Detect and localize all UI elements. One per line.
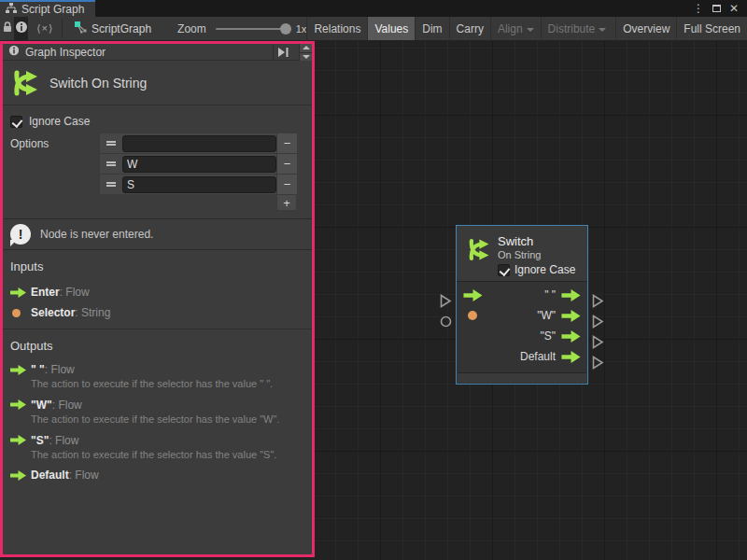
drag-handle-icon[interactable]	[100, 133, 122, 153]
ignore-case-checkbox[interactable]	[10, 116, 22, 128]
remove-option-button[interactable]: −	[276, 175, 297, 194]
scroll-up-button[interactable]	[300, 44, 312, 52]
option-value-input[interactable]	[122, 156, 276, 173]
code-ports-icon: ⟨×⟩	[36, 22, 53, 35]
port-row: "W"	[457, 305, 587, 326]
external-flow-output-connector[interactable]	[592, 315, 604, 329]
remove-option-button[interactable]: −	[276, 133, 297, 153]
output-port-block: " " : Flow The action to execute if the …	[10, 361, 304, 391]
zoom-slider[interactable]	[216, 28, 289, 30]
option-item: −	[100, 133, 297, 154]
flow-arrow-icon	[10, 365, 26, 375]
graph-icon	[74, 21, 87, 36]
carry-button[interactable]: Carry	[449, 17, 490, 40]
warning-text: Node is never entered.	[40, 228, 153, 241]
fullscreen-button[interactable]: Full Screen	[676, 17, 747, 40]
node-ignore-case-row: Ignore Case	[498, 263, 582, 276]
drag-handle-icon[interactable]	[100, 175, 122, 194]
port-name: Default	[31, 469, 69, 482]
node-title: Switch On String	[49, 76, 147, 91]
port-label: "W"	[537, 309, 556, 322]
ports-button[interactable]: ⟨×⟩	[28, 17, 62, 40]
inputs-header: Inputs	[10, 259, 304, 273]
scroll-down-button[interactable]	[300, 52, 312, 61]
tab-script-graph[interactable]: Script Graph	[0, 0, 95, 17]
option-item: −	[100, 154, 297, 175]
tab-label: Script Graph	[21, 3, 84, 16]
switch-node-icon	[466, 237, 491, 262]
outputs-header: Outputs	[10, 339, 304, 353]
option-value-input[interactable]	[122, 135, 276, 152]
switch-on-string-node[interactable]: Switch On String Ignore Case " " "W"	[456, 225, 588, 385]
inputs-section: Inputs Enter : Flow Selector : String	[3, 250, 312, 329]
node-title-block: Switch On String	[3, 61, 312, 105]
output-port-icon[interactable]	[561, 330, 581, 343]
external-value-input-connector[interactable]	[440, 315, 452, 328]
dim-button[interactable]: Dim	[415, 17, 448, 40]
output-port-icon[interactable]	[561, 289, 581, 301]
zoom-label: Zoom	[177, 22, 206, 35]
port-type: : String	[75, 306, 110, 319]
port-row: Default	[457, 346, 587, 367]
triangle-down-icon	[303, 55, 310, 59]
enter-port-icon[interactable]	[463, 289, 483, 301]
node-subtitle: On String	[498, 249, 582, 260]
port-name: " "	[31, 363, 45, 376]
align-button[interactable]: Align	[490, 17, 541, 40]
port-label: "S"	[540, 329, 556, 343]
port-description: The action to execute if the selector ha…	[31, 449, 304, 462]
triangle-up-icon	[303, 46, 310, 49]
overview-button[interactable]: Overview	[615, 17, 676, 40]
port-type: : Flow	[45, 363, 75, 376]
port-description: The action to execute if the selector ha…	[31, 413, 304, 427]
graph-canvas[interactable]: Switch On String Ignore Case " " "W"	[315, 41, 747, 560]
warning-icon: !	[10, 224, 31, 245]
graph-name: ScriptGraph	[92, 22, 151, 35]
flow-arrow-icon	[10, 435, 26, 445]
zoom-slider-handle[interactable]	[280, 23, 291, 35]
dock-inspector-button[interactable]	[273, 45, 293, 60]
maximize-icon[interactable]	[712, 5, 721, 12]
info-icon	[15, 21, 28, 36]
lock-icon	[1, 21, 14, 36]
distribute-button[interactable]: Distribute	[541, 17, 613, 40]
warning-banner: ! Node is never entered.	[3, 218, 312, 250]
output-port-block: "S" : Flow The action to execute if the …	[10, 432, 304, 462]
port-name: Selector	[31, 306, 75, 319]
port-name: "W"	[31, 399, 52, 412]
info-icon	[8, 45, 20, 59]
options-list: − − − +	[100, 133, 297, 211]
lock-button[interactable]	[0, 17, 14, 40]
graph-toolbar: ⟨×⟩ ScriptGraph Zoom 1x Relations Values…	[0, 17, 747, 41]
external-flow-output-connector[interactable]	[592, 294, 604, 308]
ignore-case-checkbox[interactable]	[498, 264, 510, 276]
output-port-icon[interactable]	[561, 310, 581, 322]
ignore-case-label: Ignore Case	[514, 263, 575, 276]
external-flow-input-connector[interactable]	[440, 294, 452, 308]
hierarchy-icon	[6, 3, 17, 17]
port-name: "S"	[31, 434, 49, 447]
selector-port-icon[interactable]	[468, 311, 477, 320]
unity-script-graph-window: { "colors": { "flow_green": "#9fe34b", "…	[0, 0, 747, 560]
node-body: " " "W" "S" Default	[457, 282, 587, 372]
external-flow-output-connector[interactable]	[592, 356, 604, 370]
inspector-toggle-button[interactable]	[14, 17, 28, 40]
kebab-menu-icon[interactable]: ⋮	[693, 3, 704, 14]
remove-option-button[interactable]: −	[276, 154, 297, 174]
add-option-button[interactable]: +	[276, 195, 297, 211]
external-flow-output-connector[interactable]	[592, 335, 604, 349]
ignore-case-label: Ignore Case	[29, 115, 90, 128]
relations-button[interactable]: Relations	[306, 17, 367, 40]
drag-handle-icon[interactable]	[100, 154, 122, 174]
close-icon[interactable]: ✕	[729, 3, 739, 14]
option-value-input[interactable]	[122, 176, 276, 193]
graph-breadcrumb[interactable]: ScriptGraph	[63, 17, 161, 40]
port-label: " "	[544, 288, 556, 301]
port-row: "S"	[457, 326, 587, 346]
options-footer: +	[100, 195, 297, 211]
output-port-icon[interactable]	[561, 351, 581, 363]
node-header[interactable]: Switch On String Ignore Case	[457, 226, 587, 282]
values-button[interactable]: Values	[367, 17, 415, 40]
string-value-icon	[12, 309, 21, 317]
output-port-block: Default : Flow	[10, 467, 304, 483]
